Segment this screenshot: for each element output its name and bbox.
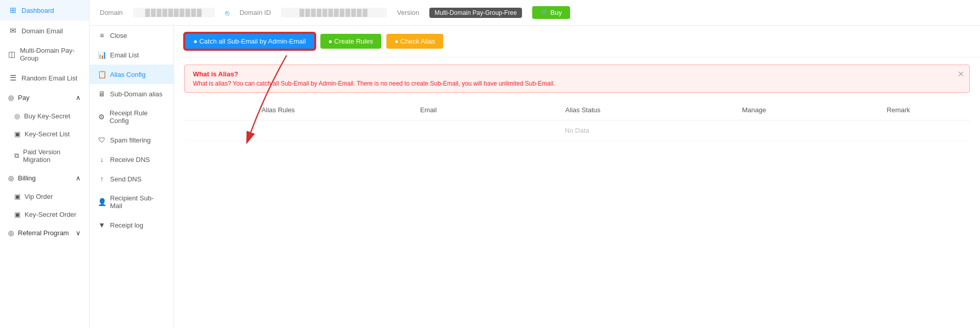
sidebar-item-buy-key-secret[interactable]: ◎ Buy Key-Secret (0, 107, 89, 125)
main-area: Domain ██████████ ⎋ Domain ID ██████████… (90, 0, 980, 328)
receipt-icon: ⚙ (98, 113, 105, 121)
table-no-data-row: No Data (184, 120, 970, 141)
panel-item-receipt-rule[interactable]: ⚙ Receipt Rule Config (90, 104, 173, 130)
col-email: Email (372, 100, 485, 120)
sidebar-item-key-secret-order[interactable]: ▣ Key-Secret Order (0, 206, 89, 223)
referral-icon: ◎ (8, 229, 14, 237)
table-container: Alias Rules Email Alias Status Manage Re… (174, 100, 980, 328)
catch-all-button[interactable]: ● Catch all Sub-Email by Admin-Email (184, 33, 315, 50)
spam-icon: 🛡 (98, 136, 106, 144)
chevron-down-icon-referral: ∨ (76, 229, 81, 237)
sidebar-item-paid-version[interactable]: ⧉ Paid Version Migration (0, 143, 89, 169)
alias-icon: 📋 (98, 70, 106, 78)
domain-id-value: ████████████ (281, 8, 387, 17)
no-data-cell: No Data (184, 120, 970, 141)
left-sidebar: ⊞ Dashboard ✉ Domain Email ◫ Multi-Domai… (0, 0, 90, 328)
info-banner-close-button[interactable]: ✕ (957, 69, 964, 79)
log-icon: ▼ (98, 221, 106, 229)
order-icon: ▣ (14, 211, 20, 218)
col-remark: Remark (827, 100, 970, 120)
domain-id-label: Domain ID (239, 9, 271, 16)
panel-item-close[interactable]: ≡ Close (90, 26, 173, 45)
sidebar-item-domain-email[interactable]: ✉ Domain Email (0, 20, 89, 41)
panel-item-send-dns[interactable]: ↑ Send DNS (90, 169, 173, 189)
sidebar-item-vip-order[interactable]: ▣ Vip Order (0, 188, 89, 206)
dashboard-icon: ⊞ (8, 6, 17, 15)
info-banner-text: What is alias? You can catch all Sub-Ema… (193, 80, 961, 87)
sidebar-item-dashboard[interactable]: ⊞ Dashboard (0, 0, 89, 20)
chart-icon: 📊 (98, 51, 106, 59)
panel-sidebar: ≡ Close 📊 Email List 📋 Alias Config 🖥 Su… (90, 26, 174, 328)
chevron-up-icon-billing: ∧ (76, 174, 81, 182)
buy-button[interactable]: 🛒 Buy (532, 6, 570, 19)
toolbar-wrapper: ● Catch all Sub-Email by Admin-Email ● C… (174, 26, 980, 57)
sidebar-item-random-email[interactable]: ☰ Random Email List (0, 68, 89, 88)
pay-group-header[interactable]: ◎ Pay ∧ (0, 88, 89, 107)
panel-item-recipient-sub-mail[interactable]: 👤 Recipient Sub-Mail (90, 189, 173, 215)
panel-item-email-list[interactable]: 📊 Email List (90, 45, 173, 65)
chevron-up-icon: ∧ (76, 94, 81, 101)
alias-table: Alias Rules Email Alias Status Manage Re… (184, 100, 970, 141)
col-manage: Manage (681, 100, 827, 120)
multi-icon: ◫ (8, 50, 16, 59)
recipient-icon: 👤 (98, 198, 106, 206)
panel-item-receive-dns[interactable]: ↓ Receive DNS (90, 150, 173, 169)
pay-icon: ◎ (8, 94, 14, 101)
send-dns-icon: ↑ (98, 175, 106, 183)
sidebar-item-multi-domain[interactable]: ◫ Multi-Domain Pay-Group (0, 41, 89, 68)
list-icon: ☰ (8, 73, 17, 83)
panel-item-receipt-log[interactable]: ▼ Receipt log (90, 215, 173, 235)
domain-label: Domain (100, 9, 123, 16)
billing-icon: ◎ (8, 174, 14, 182)
content-area: ≡ Close 📊 Email List 📋 Alias Config 🖥 Su… (90, 26, 980, 328)
create-rules-button[interactable]: ● Create Rules (320, 34, 381, 49)
mail-icon: ✉ (8, 26, 17, 35)
referral-group-header[interactable]: ◎ Referral Program ∨ (0, 223, 89, 242)
close-icon: ≡ (98, 31, 106, 39)
header-bar: Domain ██████████ ⎋ Domain ID ██████████… (90, 0, 980, 26)
version-label: Version (397, 9, 419, 16)
panel-item-spam[interactable]: 🛡 Spam filtering (90, 130, 173, 150)
panel-item-alias-config[interactable]: 📋 Alias Config (90, 65, 173, 84)
version-badge: Multi-Domain Pay-Group-Free (429, 8, 522, 18)
vip-icon: ▣ (14, 193, 20, 200)
panel-item-sub-domain[interactable]: 🖥 Sub-Domain alias (90, 84, 173, 104)
sidebar-item-key-secret-list[interactable]: ▣ Key-Secret List (0, 125, 89, 143)
receive-dns-icon: ↓ (98, 155, 106, 163)
col-alias-rules: Alias Rules (184, 100, 372, 120)
info-banner-title: What is Alias? (193, 70, 961, 78)
panel-main: ● Catch all Sub-Email by Admin-Email ● C… (174, 26, 980, 328)
subdomain-icon: 🖥 (98, 90, 106, 98)
info-banner: What is Alias? What is alias? You can ca… (184, 65, 970, 93)
migration-icon: ⧉ (14, 152, 19, 160)
toolbar: ● Catch all Sub-Email by Admin-Email ● C… (174, 26, 980, 57)
check-alias-button[interactable]: ● Check Alias (386, 34, 443, 49)
buy-icon: ◎ (14, 112, 20, 120)
domain-link-icon[interactable]: ⎋ (225, 9, 229, 17)
key-icon: ▣ (14, 130, 20, 138)
billing-group-header[interactable]: ◎ Billing ∧ (0, 169, 89, 188)
domain-value: ██████████ (133, 8, 215, 17)
